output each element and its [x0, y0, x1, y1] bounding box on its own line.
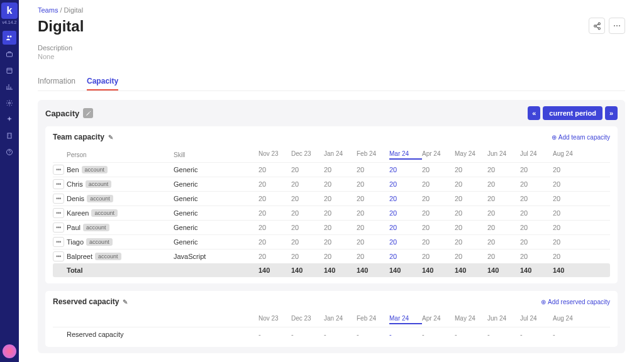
- capacity-cell[interactable]: 20: [553, 224, 586, 231]
- capacity-cell[interactable]: 20: [389, 195, 422, 202]
- capacity-cell[interactable]: 20: [389, 209, 422, 217]
- capacity-cell[interactable]: 20: [553, 166, 586, 173]
- period-prev-button[interactable]: «: [528, 106, 540, 120]
- row-menu-button[interactable]: •••: [53, 237, 64, 247]
- person-name: Chris: [67, 180, 83, 188]
- add-team-capacity[interactable]: ⊕ Add team capacity: [552, 134, 610, 141]
- reserved-edit[interactable]: ✎: [123, 299, 128, 305]
- more-button[interactable]: ⋯: [609, 18, 625, 34]
- capacity-cell[interactable]: 20: [520, 180, 553, 188]
- capacity-cell[interactable]: 20: [553, 238, 586, 246]
- add-reserved-capacity[interactable]: ⊕ Add reserved capacity: [541, 299, 610, 305]
- capacity-cell[interactable]: 20: [258, 195, 291, 202]
- current-period-button[interactable]: current period: [543, 106, 602, 120]
- capacity-cell[interactable]: 20: [487, 253, 520, 260]
- nav-teams[interactable]: [3, 31, 16, 45]
- capacity-cell[interactable]: 20: [324, 209, 357, 217]
- capacity-cell[interactable]: 20: [455, 224, 487, 231]
- row-menu-button[interactable]: •••: [53, 222, 64, 233]
- capacity-cell[interactable]: 20: [389, 253, 422, 260]
- capacity-cell[interactable]: 20: [422, 253, 455, 260]
- row-menu-button[interactable]: •••: [53, 165, 64, 175]
- capacity-cell[interactable]: 20: [291, 180, 324, 188]
- capacity-cell[interactable]: 20: [291, 224, 324, 231]
- capacity-cell[interactable]: 20: [487, 195, 520, 202]
- capacity-cell[interactable]: 20: [487, 209, 520, 217]
- capacity-cell[interactable]: 20: [357, 166, 389, 173]
- capacity-cell[interactable]: 20: [258, 224, 291, 231]
- capacity-cell[interactable]: 20: [258, 209, 291, 217]
- nav-sparkle[interactable]: [3, 112, 16, 126]
- capacity-cell[interactable]: 20: [324, 195, 357, 202]
- capacity-cell[interactable]: 20: [553, 209, 586, 217]
- capacity-cell[interactable]: 20: [324, 253, 357, 260]
- capacity-cell[interactable]: 20: [422, 238, 455, 246]
- capacity-cell[interactable]: 20: [455, 195, 487, 202]
- nav-briefcase[interactable]: [3, 47, 16, 61]
- row-menu-button[interactable]: •••: [53, 194, 64, 204]
- capacity-cell[interactable]: 20: [487, 180, 520, 188]
- capacity-cell[interactable]: 20: [422, 195, 455, 202]
- capacity-cell[interactable]: 20: [357, 195, 389, 202]
- capacity-cell[interactable]: 20: [422, 224, 455, 231]
- capacity-cell[interactable]: 20: [455, 253, 487, 260]
- nav-chart[interactable]: [3, 80, 16, 94]
- capacity-cell[interactable]: 20: [455, 209, 487, 217]
- capacity-cell[interactable]: 20: [357, 180, 389, 188]
- period-next-button[interactable]: »: [605, 106, 618, 120]
- capacity-cell[interactable]: 20: [389, 180, 422, 188]
- panel-edit-button[interactable]: [83, 108, 93, 118]
- capacity-cell[interactable]: 20: [422, 209, 455, 217]
- capacity-cell[interactable]: 20: [520, 224, 553, 231]
- capacity-cell[interactable]: 20: [324, 166, 357, 173]
- capacity-cell[interactable]: 20: [455, 166, 487, 173]
- nav-calendar[interactable]: [3, 63, 16, 77]
- breadcrumb-root[interactable]: Teams: [38, 6, 58, 14]
- capacity-cell[interactable]: 20: [291, 253, 324, 260]
- nav-settings[interactable]: [3, 96, 16, 110]
- capacity-cell[interactable]: 20: [553, 195, 586, 202]
- capacity-cell[interactable]: 20: [520, 195, 553, 202]
- capacity-cell[interactable]: 20: [258, 253, 291, 260]
- team-capacity-edit[interactable]: ✎: [108, 134, 113, 141]
- capacity-cell[interactable]: 20: [357, 238, 389, 246]
- tab-capacity[interactable]: Capacity: [87, 73, 118, 90]
- capacity-cell[interactable]: 20: [520, 209, 553, 217]
- capacity-cell[interactable]: 20: [553, 253, 586, 260]
- capacity-cell[interactable]: 20: [455, 180, 487, 188]
- row-menu-button[interactable]: •••: [53, 208, 64, 218]
- capacity-cell[interactable]: 20: [324, 238, 357, 246]
- capacity-cell[interactable]: 20: [520, 253, 553, 260]
- capacity-cell[interactable]: 20: [487, 238, 520, 246]
- capacity-cell[interactable]: 20: [389, 166, 422, 173]
- capacity-cell[interactable]: 20: [291, 166, 324, 173]
- capacity-cell[interactable]: 20: [553, 180, 586, 188]
- capacity-cell[interactable]: 20: [357, 224, 389, 231]
- capacity-cell[interactable]: 20: [487, 166, 520, 173]
- capacity-cell[interactable]: 20: [487, 224, 520, 231]
- capacity-cell[interactable]: 20: [422, 180, 455, 188]
- capacity-cell[interactable]: 20: [291, 238, 324, 246]
- capacity-cell[interactable]: 20: [258, 180, 291, 188]
- capacity-cell[interactable]: 20: [520, 238, 553, 246]
- row-menu-button[interactable]: •••: [53, 251, 64, 261]
- capacity-cell[interactable]: 20: [389, 238, 422, 246]
- share-button[interactable]: [589, 18, 605, 34]
- capacity-cell[interactable]: 20: [291, 195, 324, 202]
- capacity-cell[interactable]: 20: [520, 166, 553, 173]
- capacity-cell[interactable]: 20: [258, 238, 291, 246]
- tab-information[interactable]: Information: [38, 73, 75, 90]
- capacity-cell[interactable]: 20: [291, 209, 324, 217]
- capacity-cell[interactable]: 20: [357, 209, 389, 217]
- avatar[interactable]: [3, 344, 16, 358]
- capacity-cell[interactable]: 20: [455, 238, 487, 246]
- nav-building[interactable]: [3, 129, 16, 143]
- row-menu-button[interactable]: •••: [53, 179, 64, 189]
- capacity-cell[interactable]: 20: [422, 166, 455, 173]
- capacity-cell[interactable]: 20: [324, 224, 357, 231]
- capacity-cell[interactable]: 20: [258, 166, 291, 173]
- capacity-cell[interactable]: 20: [357, 253, 389, 260]
- nav-help[interactable]: [3, 145, 16, 159]
- capacity-cell[interactable]: 20: [324, 180, 357, 188]
- capacity-cell[interactable]: 20: [389, 224, 422, 231]
